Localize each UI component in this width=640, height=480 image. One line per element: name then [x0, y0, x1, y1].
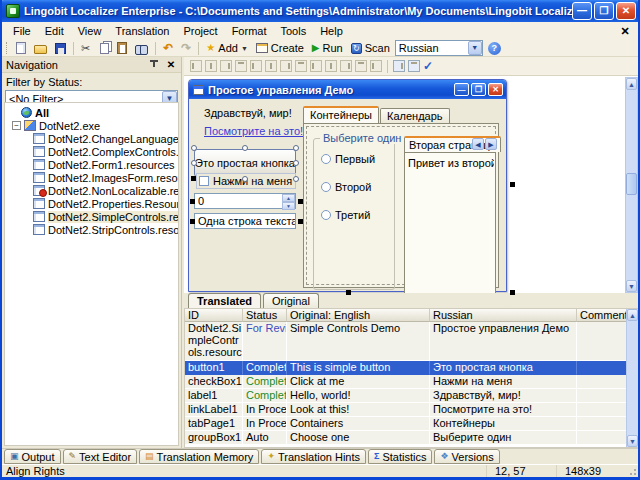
tree-item-all[interactable]: All [5, 106, 178, 119]
close-icon[interactable]: ✕ [165, 59, 177, 70]
radio-icon[interactable] [321, 154, 331, 164]
maximize-button[interactable]: ❐ [594, 2, 614, 20]
minimize-button[interactable]: — [572, 2, 592, 20]
selection-handle[interactable] [293, 160, 299, 166]
scroll-down-icon[interactable]: ▼ [627, 435, 638, 447]
checkbox-box[interactable] [199, 176, 209, 186]
table-row-selected[interactable]: button1 Complete This is simple button Э… [185, 361, 639, 375]
column-id[interactable]: ID [185, 309, 243, 322]
menu-file[interactable]: File [6, 23, 38, 39]
scroll-up-icon[interactable]: ▲ [627, 309, 638, 321]
tab-containers[interactable]: Контейнеры [303, 106, 379, 123]
tree-item-nonlocalizable[interactable]: DotNet2.NonLocalizable.resources [5, 184, 178, 197]
undo-button[interactable]: ↶ [160, 41, 176, 56]
table-row[interactable]: groupBox1 Auto Choose one Выберите один [185, 431, 639, 445]
tab-statistics[interactable]: Σ Statistics [368, 449, 432, 464]
tree-item-form1[interactable]: DotNet2.Form1.resources [5, 158, 178, 171]
tree-item-stripcontrols[interactable]: DotNet2.StripControls.resources [5, 223, 178, 236]
resize-grip[interactable] [626, 465, 638, 477]
selection-handle[interactable] [190, 219, 195, 224]
scroll-down-icon[interactable]: ▼ [626, 280, 637, 292]
radio-second[interactable]: Второй [321, 181, 371, 193]
table-row[interactable]: linkLabel1 In Process Look at this! Посм… [185, 403, 639, 417]
cut-button[interactable]: ✂ [78, 41, 93, 56]
table-row[interactable]: tabPage1 In Process Containers Контейнер… [185, 417, 639, 431]
spinner[interactable]: ▲▼ [282, 194, 295, 208]
tree-item-dotnet2-exe[interactable]: − DotNet2.exe [5, 119, 178, 132]
new-button[interactable] [13, 41, 29, 56]
scroll-right-icon[interactable]: ▶ [485, 138, 497, 150]
help-button[interactable]: ? [485, 41, 504, 56]
tab-calendar[interactable]: Календарь [380, 108, 450, 123]
run-button[interactable]: ▶ Run [309, 41, 346, 56]
menu-view[interactable]: View [71, 23, 109, 39]
tab-output[interactable]: ▣ Output [4, 449, 61, 464]
save-button[interactable] [52, 41, 69, 56]
language-combobox[interactable]: Russian ▼ [395, 40, 483, 56]
selection-handle[interactable] [298, 219, 303, 224]
selection-handle[interactable] [191, 160, 197, 166]
selection-handle[interactable] [242, 176, 248, 182]
align-top-icon[interactable] [235, 60, 247, 72]
collapse-icon[interactable]: − [12, 121, 21, 130]
tab-translation-hints[interactable]: ✦ Translation Hints [261, 449, 366, 464]
toolbar-grip[interactable] [6, 42, 9, 54]
tab-original[interactable]: Original [263, 293, 319, 308]
table-row[interactable]: checkBox1 Complete Click at me Нажми на … [185, 375, 639, 389]
numeric-updown[interactable]: 0 ▲▼ [194, 193, 296, 209]
title-bar[interactable]: Lingobit Localizer Enterprise - C:\Docum… [0, 0, 640, 22]
radio-first[interactable]: Первый [321, 153, 375, 165]
tree-item-complexcontrols[interactable]: DotNet2.ComplexControls.resources [5, 145, 178, 158]
mdi-close-icon[interactable]: ✕ [618, 24, 632, 38]
scan-button[interactable]: ↻ Scan [348, 41, 393, 56]
tree-item-simplecontrols[interactable]: DotNet2.SimpleControls.resources [5, 210, 178, 223]
dialog-minimize-button[interactable]: — [454, 83, 469, 96]
link-label[interactable]: Посмотрите на это! [204, 125, 303, 137]
align-left-icon[interactable] [190, 60, 202, 72]
align-bottom-icon[interactable] [265, 60, 277, 72]
dialog-maximize-button[interactable]: ❐ [471, 83, 486, 96]
selection-handle[interactable] [191, 176, 196, 181]
column-comment[interactable]: Comment [577, 309, 628, 322]
redo-button[interactable]: ↷ [178, 41, 194, 56]
spin-down-icon[interactable]: ▼ [282, 202, 295, 210]
column-status[interactable]: Status [243, 309, 287, 322]
spin-up-icon[interactable]: ▲ [282, 194, 295, 202]
dialog-close-button[interactable]: ✕ [488, 83, 503, 96]
copy-button[interactable] [95, 41, 112, 56]
selection-handle[interactable] [242, 145, 248, 151]
designer-vertical-scrollbar[interactable]: ▲ ▼ [625, 77, 638, 293]
menu-help[interactable]: Help [313, 23, 350, 39]
tree-item-properties-resources[interactable]: DotNet2.Properties.Resources.resources [5, 197, 178, 210]
same-height-icon[interactable] [295, 60, 307, 72]
preview-dialog[interactable]: Простое управления Демо — ❐ ✕ Здравствуй… [188, 79, 507, 292]
tab-translated[interactable]: Translated [188, 293, 261, 308]
find-button[interactable] [132, 41, 151, 56]
close-button[interactable]: ✕ [616, 2, 636, 20]
tab-order-icon[interactable] [393, 60, 405, 72]
grid-vertical-scrollbar[interactable]: ▲ ▼ [626, 309, 639, 447]
selection-handle[interactable] [346, 290, 351, 295]
same-width-icon[interactable] [280, 60, 292, 72]
radio-icon[interactable] [321, 210, 331, 220]
menu-tools[interactable]: Tools [273, 23, 313, 39]
paste-button[interactable] [114, 41, 130, 56]
align-right-icon[interactable] [220, 60, 232, 72]
center-vertical-icon[interactable] [370, 60, 382, 72]
align-center-icon[interactable] [205, 60, 217, 72]
scroll-left-icon[interactable]: ◀ [472, 138, 484, 150]
menu-edit[interactable]: Edit [38, 23, 71, 39]
column-russian[interactable]: Russian [430, 309, 577, 322]
space-down-icon[interactable] [340, 60, 352, 72]
selection-handle[interactable] [510, 182, 515, 187]
tab-translation-memory[interactable]: ▤ Translation Memory [139, 449, 259, 464]
radio-third[interactable]: Третий [321, 209, 370, 221]
align-middle-icon[interactable] [250, 60, 262, 72]
chevron-down-icon[interactable]: ▼ [468, 41, 482, 55]
scrollbar-thumb[interactable] [626, 173, 637, 195]
pin-icon[interactable] [150, 60, 159, 70]
space-across-icon[interactable] [325, 60, 337, 72]
menu-translation[interactable]: Translation [108, 23, 176, 39]
menu-format[interactable]: Format [225, 23, 274, 39]
selection-handle[interactable] [191, 145, 197, 151]
